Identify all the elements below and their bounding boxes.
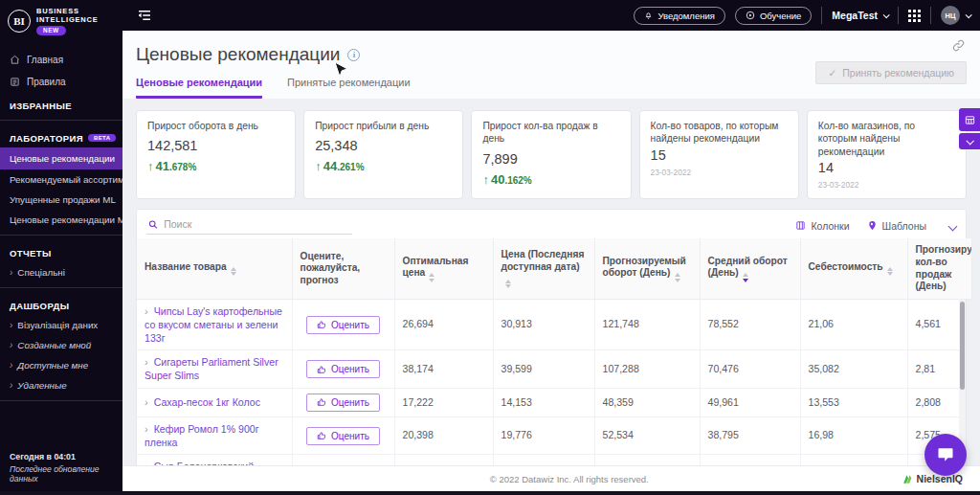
chat-icon bbox=[936, 445, 955, 464]
columns-icon bbox=[795, 220, 806, 231]
chevron-right-icon: › bbox=[10, 360, 12, 371]
product-link[interactable]: Сигареты Parliament Silver Super Slims bbox=[145, 356, 278, 381]
apps-grid-icon[interactable] bbox=[908, 10, 921, 22]
user-menu[interactable]: НЦ bbox=[941, 6, 970, 25]
app-logo[interactable]: BI BUSINESS INTELLIGENCE NEW bbox=[0, 0, 122, 41]
avg-turnover-cell: 70,476 bbox=[700, 350, 800, 389]
footer: © 2022 Datawiz Inc. All rights reserved.… bbox=[122, 465, 980, 491]
info-icon[interactable]: i bbox=[347, 49, 360, 61]
app-name-line2: INTELLIGENCE bbox=[36, 15, 99, 24]
app-name: BUSINESS INTELLIGENCE NEW bbox=[36, 8, 99, 35]
product-link[interactable]: Кефир Ромол 1% 900г пленка bbox=[145, 423, 259, 448]
col-last-price[interactable]: Цена (Последняя доступная дата) bbox=[493, 238, 594, 300]
kpi-value: 7,899 bbox=[482, 151, 619, 167]
col-product-name[interactable]: Название товара bbox=[137, 238, 292, 300]
sidebar-item-price-recommendations-ml[interactable]: Ценовые рекомендации ML bbox=[0, 210, 122, 230]
kpi-delta-frac: .261% bbox=[337, 162, 364, 172]
sidebar-item-price-recommendations[interactable]: Ценовые рекомендации bbox=[0, 147, 122, 169]
kpi-label: Кол-во магазинов, по которым найдены рек… bbox=[818, 120, 955, 158]
table-view-button[interactable] bbox=[959, 108, 980, 131]
rate-button[interactable]: Оценить bbox=[306, 360, 380, 378]
search-field[interactable] bbox=[146, 216, 352, 235]
row-expand-icon[interactable]: › bbox=[145, 356, 148, 368]
sort-icon[interactable] bbox=[231, 267, 236, 277]
chevron-right-icon: › bbox=[10, 320, 12, 330]
sort-icon[interactable] bbox=[505, 280, 511, 289]
sidebar-item-deleted[interactable]: ›Удаленные bbox=[0, 375, 122, 395]
product-link[interactable]: Сахар-песок 1кг Колос bbox=[154, 396, 260, 408]
kpi-delta-frac: .678% bbox=[169, 162, 196, 172]
vertical-scrollbar-thumb[interactable] bbox=[960, 302, 965, 390]
check-icon: ✓ bbox=[828, 67, 836, 79]
kpi-delta-int: 44 bbox=[323, 159, 337, 173]
rate-button[interactable]: Оценить bbox=[306, 394, 380, 412]
nielseniq-mark-icon bbox=[902, 473, 914, 485]
sidebar-item-rules[interactable]: Правила bbox=[0, 71, 122, 93]
kpi-date: 23-03-2022 bbox=[651, 168, 788, 177]
columns-button[interactable]: Колонки bbox=[795, 220, 849, 232]
columns-label: Колонки bbox=[811, 220, 849, 232]
sort-icon[interactable] bbox=[429, 273, 434, 282]
product-link[interactable]: Чипсы Lay's картофельные со вкусом смета… bbox=[145, 305, 282, 344]
avatar[interactable]: НЦ bbox=[941, 6, 960, 25]
row-expand-icon[interactable]: › bbox=[145, 305, 148, 317]
optimal-price-cell: 26,694 bbox=[394, 300, 493, 350]
sidebar-item-label: Главная bbox=[27, 55, 63, 65]
sidebar: BI BUSINESS INTELLIGENCE NEW Главная Пра… bbox=[0, 0, 122, 495]
chevron-down-icon bbox=[966, 137, 973, 145]
sidebar-item-available-to-me[interactable]: ›Доступные мне bbox=[0, 355, 122, 375]
col-forecast-turnover[interactable]: Прогнозируемый оборот (День) bbox=[594, 238, 700, 300]
kpi-delta-int: 41 bbox=[156, 159, 169, 173]
divider bbox=[0, 120, 122, 121]
play-circle-icon bbox=[746, 11, 755, 20]
last-price-cell: 19,776 bbox=[493, 416, 594, 455]
accept-recommendation-button[interactable]: ✓ Принять рекомендацию bbox=[815, 61, 967, 84]
col-forecast-sales[interactable]: Прогнозируемое кол-во продаж (День) bbox=[907, 238, 971, 300]
tab-price-recommendations[interactable]: Ценовые рекомендации bbox=[136, 77, 262, 99]
sidebar-item-home[interactable]: Главная bbox=[0, 49, 122, 71]
col-optimal-price[interactable]: Оптимальная цена bbox=[394, 238, 493, 300]
sort-icon-active[interactable] bbox=[743, 273, 748, 282]
collapse-side-button[interactable] bbox=[959, 133, 980, 149]
recommendations-table: Название товара Оцените, пожалуйста, про… bbox=[137, 238, 972, 300]
cost-cell: 21,06 bbox=[800, 300, 907, 350]
collapse-panel-icon[interactable] bbox=[949, 220, 956, 232]
col-cost[interactable]: Себестоимость bbox=[800, 238, 907, 300]
col-avg-turnover[interactable]: Средний оборот (День) bbox=[700, 238, 800, 300]
chevron-right-icon: › bbox=[10, 380, 12, 391]
search-input[interactable] bbox=[164, 218, 350, 230]
notifications-label: Уведомления bbox=[657, 11, 714, 21]
workspace-selector[interactable]: MegaTest bbox=[832, 10, 888, 21]
sidebar-item-data-visualization[interactable]: ›Візуалізація даних bbox=[0, 315, 122, 335]
training-button[interactable]: Обучение bbox=[735, 7, 812, 25]
row-expand-icon[interactable]: › bbox=[145, 423, 148, 435]
chat-widget-button[interactable] bbox=[924, 434, 967, 476]
menu-fold-icon[interactable] bbox=[138, 10, 151, 21]
notifications-button[interactable]: Уведомления bbox=[634, 7, 724, 25]
row-expand-icon[interactable]: › bbox=[145, 396, 148, 408]
sidebar-item-created-by-me[interactable]: ›Созданные мной bbox=[0, 335, 122, 355]
sort-icon[interactable] bbox=[675, 273, 680, 282]
sidebar-item-special-reports[interactable]: ›Спеціальні bbox=[0, 262, 122, 282]
divider bbox=[0, 400, 122, 401]
cost-cell: 16,98 bbox=[800, 416, 907, 455]
last-update-label: Последнее обновление данных bbox=[10, 464, 117, 484]
sidebar-item-label: Спеціальні bbox=[17, 267, 64, 278]
thumb-up-icon bbox=[317, 320, 326, 329]
sidebar-item-lost-sales-ml[interactable]: Упущенные продажи ML bbox=[0, 190, 122, 210]
link-icon[interactable] bbox=[952, 38, 965, 56]
kpi-value: 15 bbox=[651, 147, 788, 163]
col-rate-forecast[interactable]: Оцените, пожалуйста, прогноз bbox=[292, 238, 394, 300]
sidebar-item-recommended-assortment[interactable]: Рекомендуемый ассортим... bbox=[0, 169, 122, 190]
data-update-info: Сегодня в 04:01 Последнее обновление дан… bbox=[10, 452, 117, 484]
rate-button[interactable]: Оценить bbox=[306, 316, 380, 334]
tab-accepted-recommendations[interactable]: Принятые рекомендации bbox=[287, 77, 411, 99]
bi-logo-icon: BI bbox=[8, 10, 31, 33]
templates-button[interactable]: Шаблоны bbox=[867, 220, 926, 232]
last-price-cell: 39,599 bbox=[493, 350, 594, 389]
chevron-down-icon bbox=[966, 11, 972, 18]
optimal-price-cell: 17,222 bbox=[394, 388, 493, 416]
sort-icon[interactable] bbox=[887, 267, 893, 277]
up-arrow-icon: ↑ bbox=[482, 172, 489, 187]
rate-button[interactable]: Оценить bbox=[306, 427, 380, 445]
